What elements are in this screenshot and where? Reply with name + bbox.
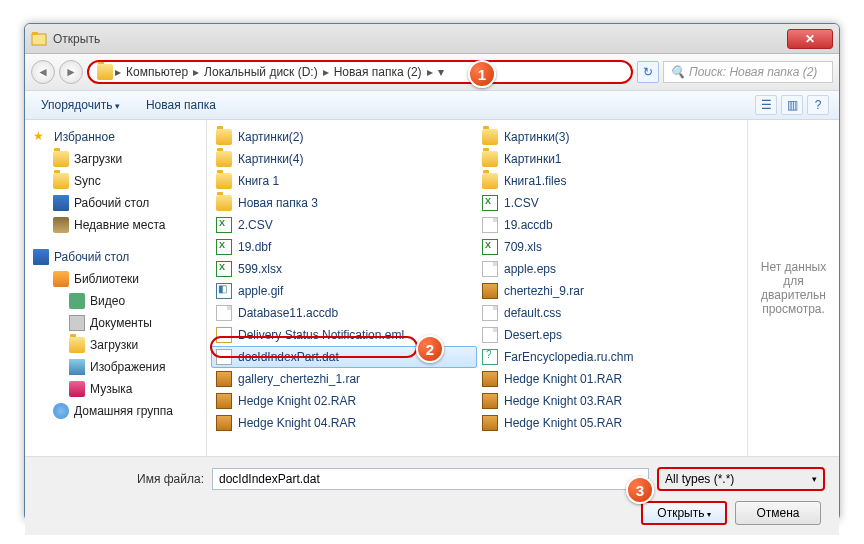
breadcrumb[interactable]: ▸ Компьютер ▸ Локальный диск (D:) ▸ Нова… [87, 60, 633, 84]
file-icon [482, 305, 498, 321]
file-item[interactable]: apple.gif [211, 280, 477, 302]
dat-icon [216, 349, 232, 365]
file-item[interactable]: 1.CSV [477, 192, 743, 214]
file-item[interactable]: Database11.accdb [211, 302, 477, 324]
folder-icon [482, 151, 498, 167]
folder-icon [482, 173, 498, 189]
file-item[interactable]: Hedge Knight 03.RAR [477, 390, 743, 412]
file-name: default.css [504, 306, 561, 320]
file-name: gallery_chertezhi_1.rar [238, 372, 360, 386]
file-item[interactable]: gallery_chertezhi_1.rar [211, 368, 477, 390]
open-button[interactable]: Открыть [641, 501, 727, 525]
file-item[interactable]: 599.xlsx [211, 258, 477, 280]
file-item[interactable]: Desert.eps [477, 324, 743, 346]
cancel-button[interactable]: Отмена [735, 501, 821, 525]
file-item[interactable]: Картинки(4) [211, 148, 477, 170]
desktop-icon [33, 249, 49, 265]
help-icon[interactable]: ? [807, 95, 829, 115]
sidebar-item-downloads2[interactable]: Загрузки [27, 334, 204, 356]
dialog-body: ★Избранное Загрузки Sync Рабочий стол Не… [25, 120, 839, 456]
close-button[interactable]: ✕ [787, 29, 833, 49]
file-name: Новая папка 3 [238, 196, 318, 210]
file-name: Книга 1 [238, 174, 279, 188]
rar-icon [482, 371, 498, 387]
file-item[interactable]: 19.dbf [211, 236, 477, 258]
file-item[interactable]: 709.xls [477, 236, 743, 258]
file-item[interactable]: Книга 1 [211, 170, 477, 192]
chevron-right-icon: ▸ [193, 65, 199, 79]
file-name: apple.gif [238, 284, 283, 298]
sidebar-libraries[interactable]: Библиотеки [27, 268, 204, 290]
file-name: Картинки1 [504, 152, 562, 166]
sidebar-item-images[interactable]: Изображения [27, 356, 204, 378]
file-name: Книга1.files [504, 174, 566, 188]
sidebar-item-video[interactable]: Видео [27, 290, 204, 312]
sidebar-item-downloads[interactable]: Загрузки [27, 148, 204, 170]
back-button[interactable]: ◄ [31, 60, 55, 84]
filetype-dropdown[interactable]: All types (*.*) [657, 467, 825, 491]
file-name: FarEncyclopedia.ru.chm [504, 350, 633, 364]
file-item[interactable]: FarEncyclopedia.ru.chm [477, 346, 743, 368]
callout-1: 1 [468, 60, 496, 88]
window-title: Открыть [53, 32, 787, 46]
search-placeholder: Поиск: Новая папка (2) [689, 65, 817, 79]
file-name: Картинки(2) [238, 130, 304, 144]
sidebar-homegroup[interactable]: Домашняя группа [27, 400, 204, 422]
file-icon [216, 305, 232, 321]
file-name: Delivery Status Notification.eml [238, 328, 404, 342]
file-item[interactable]: apple.eps [477, 258, 743, 280]
file-item[interactable]: Hedge Knight 01.RAR [477, 368, 743, 390]
file-item[interactable]: Hedge Knight 04.RAR [211, 412, 477, 434]
filename-label: Имя файла: [39, 472, 204, 486]
file-name: chertezhi_9.rar [504, 284, 584, 298]
file-name: Картинки(4) [238, 152, 304, 166]
view-list-icon[interactable]: ☰ [755, 95, 777, 115]
library-icon [53, 271, 69, 287]
crumb-computer[interactable]: Компьютер [123, 65, 191, 79]
folder-icon [53, 151, 69, 167]
file-item[interactable]: Картинки(3) [477, 126, 743, 148]
file-item[interactable]: Картинки(2) [211, 126, 477, 148]
desktop-icon [53, 195, 69, 211]
rar-icon [216, 393, 232, 409]
file-item[interactable]: Книга1.files [477, 170, 743, 192]
sidebar-item-desktop[interactable]: Рабочий стол [27, 192, 204, 214]
preview-pane-icon[interactable]: ▥ [781, 95, 803, 115]
file-item[interactable]: Новая папка 3 [211, 192, 477, 214]
rar-icon [216, 415, 232, 431]
new-folder-button[interactable]: Новая папка [140, 96, 222, 114]
rar-icon [482, 393, 498, 409]
refresh-button[interactable]: ↻ [637, 61, 659, 83]
forward-button[interactable]: ► [59, 60, 83, 84]
file-name: Database11.accdb [238, 306, 338, 320]
file-item[interactable]: Hedge Knight 02.RAR [211, 390, 477, 412]
file-name: Hedge Knight 03.RAR [504, 394, 622, 408]
file-name: 19.dbf [238, 240, 271, 254]
sidebar-favorites[interactable]: ★Избранное [27, 126, 204, 148]
sidebar-desktop[interactable]: Рабочий стол [27, 246, 204, 268]
sidebar-item-sync[interactable]: Sync [27, 170, 204, 192]
search-input[interactable]: 🔍 Поиск: Новая папка (2) [663, 61, 833, 83]
crumb-folder[interactable]: Новая папка (2) [331, 65, 425, 79]
open-dialog: Открыть ✕ ◄ ► ▸ Компьютер ▸ Локальный ди… [24, 23, 840, 521]
file-item[interactable]: default.css [477, 302, 743, 324]
crumb-drive[interactable]: Локальный диск (D:) [201, 65, 321, 79]
file-list[interactable]: Картинки(2)Картинки(3)Картинки(4)Картинк… [207, 120, 747, 456]
file-item[interactable]: Картинки1 [477, 148, 743, 170]
filename-input[interactable] [212, 468, 649, 490]
sidebar-item-music[interactable]: Музыка [27, 378, 204, 400]
breadcrumb-dropdown[interactable]: ▾ [435, 65, 447, 79]
file-item[interactable]: Hedge Knight 05.RAR [477, 412, 743, 434]
sidebar-item-documents[interactable]: Документы [27, 312, 204, 334]
file-item[interactable]: 19.accdb [477, 214, 743, 236]
footer: Имя файла: All types (*.*) Открыть Отмен… [25, 456, 839, 535]
xls-icon [216, 217, 232, 233]
folder-icon [216, 173, 232, 189]
file-item[interactable]: 2.CSV [211, 214, 477, 236]
file-item[interactable]: chertezhi_9.rar [477, 280, 743, 302]
gif-icon [216, 283, 232, 299]
organize-button[interactable]: Упорядочить [35, 96, 126, 114]
folder-icon [216, 195, 232, 211]
sidebar-item-recent[interactable]: Недавние места [27, 214, 204, 236]
file-name: docIdIndexPart.dat [238, 350, 339, 364]
